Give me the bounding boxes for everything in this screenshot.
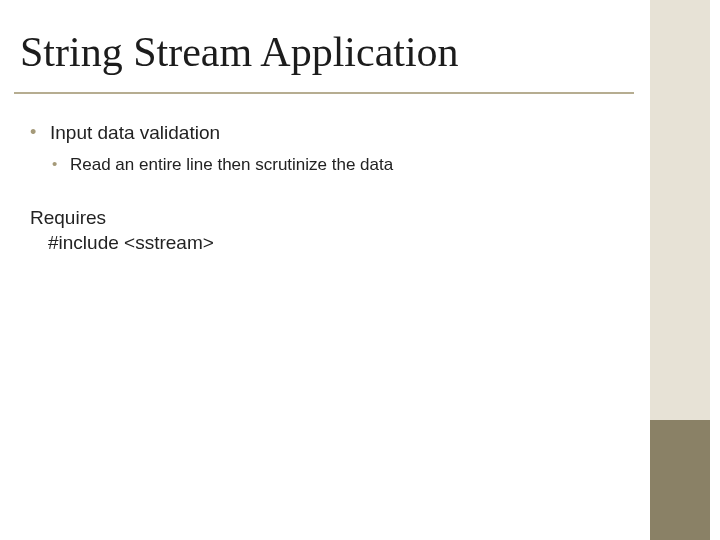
slide: String Stream Application Input data val… — [0, 0, 720, 540]
requires-label: Requires — [30, 205, 590, 231]
bullet-level1: Input data validation — [30, 120, 590, 146]
side-accent-top — [650, 0, 710, 420]
side-accent-bottom — [650, 420, 710, 540]
bullet-level2: Read an entire line then scrutinize the … — [30, 154, 590, 177]
side-accent-bar — [650, 0, 710, 540]
requires-block: Requires #include <sstream> — [30, 205, 590, 256]
title-underline — [14, 92, 634, 94]
requires-code: #include <sstream> — [30, 230, 590, 256]
slide-title: String Stream Application — [20, 28, 459, 76]
slide-body: Input data validation Read an entire lin… — [30, 120, 590, 256]
